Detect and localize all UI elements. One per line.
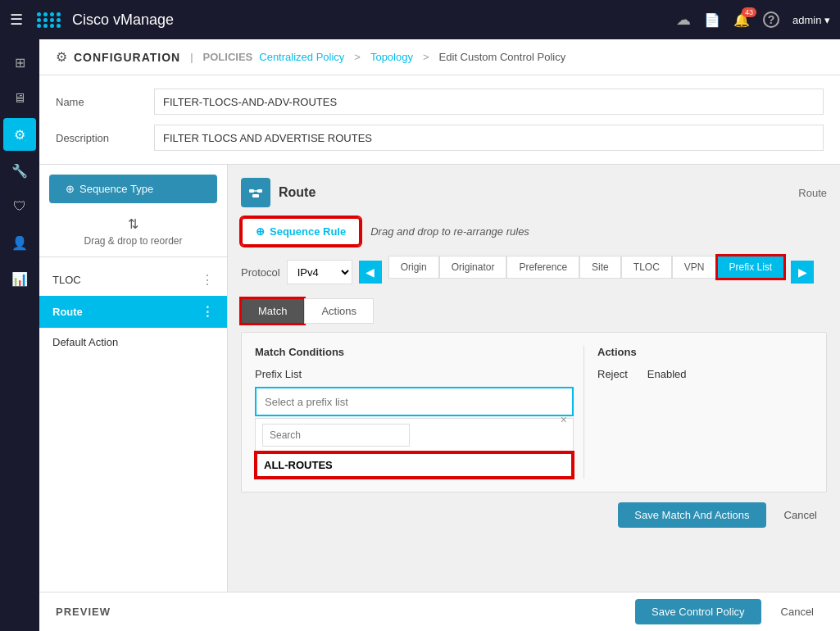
actions-panel: Actions Reject Enabled — [583, 346, 813, 479]
tab-tloc[interactable]: TLOC — [621, 256, 672, 279]
tab-preference[interactable]: Preference — [506, 256, 579, 279]
left-sidebar: ⊞ 🖥 ⚙ 🔧 🛡 👤 📊 — [0, 39, 39, 631]
prefix-input-container: × — [255, 387, 574, 416]
plus-icon: ⊕ — [66, 183, 75, 195]
config-title: CONFIGURATION — [74, 51, 180, 64]
notification-badge: 43 — [742, 7, 756, 17]
tloc-label: TLOC — [52, 274, 81, 286]
save-control-policy-button[interactable]: Save Control Policy — [635, 599, 761, 624]
hamburger-icon[interactable]: ☰ — [10, 11, 23, 29]
tab-origin[interactable]: Origin — [388, 256, 439, 279]
breadcrumb-centralized-policy[interactable]: Centralized Policy — [259, 51, 344, 63]
sidebar-item-wrench[interactable]: 🔧 — [3, 154, 36, 187]
breadcrumb-arrow-1: > — [354, 51, 361, 63]
reject-row: Reject Enabled — [597, 368, 813, 380]
tab-originator[interactable]: Originator — [439, 256, 507, 279]
panel-divider — [39, 256, 227, 257]
save-match-actions-button[interactable]: Save Match And Actions — [618, 502, 765, 528]
bottom-bar: PREVIEW Save Control Policy Cancel — [39, 592, 840, 631]
tloc-list-item[interactable]: TLOC ⋮ — [39, 264, 227, 296]
route-label: Route — [52, 306, 83, 318]
sequence-type-button[interactable]: ⊕ Sequence Type — [49, 175, 217, 203]
description-label: Description — [56, 132, 154, 144]
right-editor-panel: Route Route ⊕ Sequence Rule Drag and dro… — [228, 165, 840, 592]
breadcrumb-current: Edit Custom Control Policy — [439, 51, 566, 63]
drag-drop-hint-text: Drag and drop to re-arrange rules — [370, 225, 529, 238]
default-action-label: Default Action — [52, 336, 118, 348]
main-content: ⚙ CONFIGURATION | POLICIES Centralized P… — [39, 39, 840, 631]
tab-prefix-list[interactable]: Prefix List — [717, 256, 785, 279]
match-conditions-title: Match Conditions — [255, 346, 574, 358]
config-separator: | — [190, 51, 193, 63]
protocol-select[interactable]: IPv4 IPv6 — [287, 260, 352, 284]
name-row: Name — [56, 89, 824, 115]
breadcrumb-arrow-2: > — [423, 51, 429, 63]
svg-rect-3 — [252, 194, 259, 197]
route-list-item[interactable]: Route ⋮ — [39, 296, 227, 328]
match-tab-button[interactable]: Match — [241, 298, 304, 324]
protocol-row: Protocol IPv4 IPv6 ◀ Origin Originator P… — [241, 256, 827, 288]
breadcrumb-topology[interactable]: Topology — [370, 51, 413, 63]
sidebar-item-gear[interactable]: ⚙ — [3, 118, 36, 151]
cloud-icon[interactable]: ☁ — [676, 11, 691, 29]
top-nav-right: ☁ 📄 🔔43 ? admin ▾ — [676, 11, 830, 29]
tab-site[interactable]: Site — [579, 256, 621, 279]
name-input[interactable] — [154, 89, 824, 115]
description-input[interactable] — [154, 125, 824, 151]
route-title: Route — [279, 185, 316, 200]
cisco-logo-icon — [33, 11, 66, 28]
config-policies-label: POLICIES — [203, 51, 253, 63]
search-input[interactable] — [262, 424, 410, 447]
search-box — [256, 419, 573, 452]
policy-editor: ⊕ Sequence Type ⇅ Drag & drop to reorder… — [39, 165, 840, 592]
drag-reorder-hint: ⇅ Drag & drop to reorder — [39, 213, 227, 256]
cisco-dots — [37, 12, 61, 28]
user-menu[interactable]: admin ▾ — [792, 14, 830, 26]
prefix-list-input[interactable] — [255, 387, 574, 416]
match-actions-tabs: Match Actions — [241, 298, 827, 324]
save-row: Save Match And Actions Cancel — [241, 502, 827, 528]
name-label: Name — [56, 96, 154, 108]
svg-rect-1 — [257, 189, 262, 193]
sequence-rule-button[interactable]: ⊕ Sequence Rule — [241, 217, 361, 246]
rule-tabs: Origin Originator Preference Site TLOC V… — [388, 256, 784, 279]
default-action-item[interactable]: Default Action — [39, 328, 227, 356]
sidebar-item-chart[interactable]: 📊 — [3, 262, 36, 295]
cancel-button[interactable]: Cancel — [774, 502, 827, 528]
bottom-cancel-button[interactable]: Cancel — [771, 599, 824, 624]
prefix-list-section: Prefix List × ALL-R — [255, 368, 574, 479]
swap-arrows-icon: ⇅ — [128, 216, 138, 232]
sidebar-item-laptop[interactable]: 🖥 — [3, 82, 36, 115]
tab-vpn[interactable]: VPN — [672, 256, 717, 279]
reject-value: Enabled — [647, 368, 687, 380]
seq-rule-label: Sequence Rule — [270, 225, 346, 238]
tloc-menu-icon[interactable]: ⋮ — [201, 272, 214, 288]
prefix-list-label: Prefix List — [255, 368, 574, 380]
seq-type-label: Sequence Type — [79, 183, 153, 195]
nav-arrow-right[interactable]: ▶ — [791, 261, 814, 284]
document-icon[interactable]: 📄 — [704, 12, 720, 28]
route-icon — [241, 178, 270, 207]
route-label-right: Route — [798, 187, 827, 199]
all-routes-item[interactable]: ALL-ROUTES — [256, 452, 573, 478]
actions-tab-button[interactable]: Actions — [304, 298, 374, 324]
sidebar-item-person[interactable]: 👤 — [3, 226, 36, 259]
sidebar-item-grid[interactable]: ⊞ — [3, 46, 36, 79]
protocol-label: Protocol — [241, 266, 280, 279]
top-navigation: ☰ Cisco vManage ☁ 📄 🔔43 ? admin ▾ — [0, 0, 840, 39]
sequence-rule-row: ⊕ Sequence Rule Drag and drop to re-arra… — [241, 217, 827, 246]
match-actions-container: Match Conditions Prefix List × — [241, 332, 827, 493]
policy-form: Name Description — [39, 75, 840, 165]
drag-hint-text: Drag & drop to reorder — [84, 235, 182, 247]
sidebar-item-shield[interactable]: 🛡 — [3, 190, 36, 223]
bell-icon[interactable]: 🔔43 — [733, 12, 750, 28]
actions-title: Actions — [597, 346, 813, 358]
prefix-close-button[interactable]: × — [561, 413, 567, 426]
help-icon[interactable]: ? — [763, 11, 779, 28]
route-menu-icon[interactable]: ⋮ — [201, 304, 214, 320]
svg-rect-0 — [249, 189, 254, 193]
nav-arrow-left[interactable]: ◀ — [359, 261, 382, 284]
left-sequence-panel: ⊕ Sequence Type ⇅ Drag & drop to reorder… — [39, 165, 228, 592]
prefix-list-dropdown: ALL-ROUTES — [255, 418, 574, 479]
app-name-label: Cisco vManage — [72, 11, 174, 29]
